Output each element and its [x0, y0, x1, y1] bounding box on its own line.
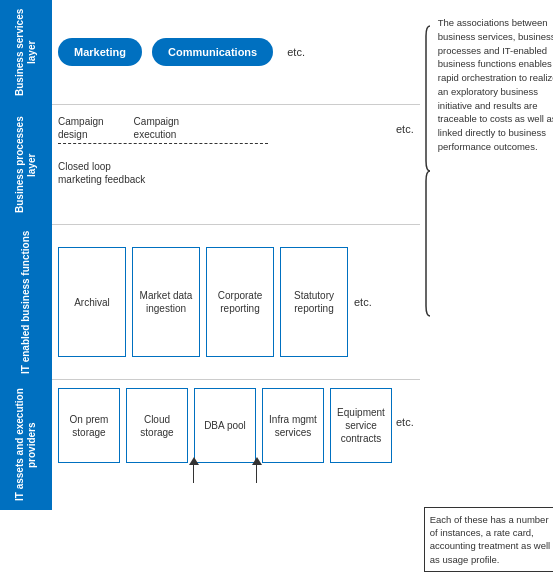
itbf-box-archival: Archival: [58, 247, 126, 357]
bpl-label: Business processes layer: [0, 105, 52, 225]
brace-svg-container: [424, 16, 432, 326]
itaep-label-text: IT assets and execution providers: [14, 384, 38, 506]
bpl-items: Campaigndesign Campaignexecution: [58, 115, 388, 141]
bsl-etc: etc.: [287, 46, 305, 58]
itbf-label: IT enabled business functions: [0, 225, 52, 380]
main-content: Marketing Communications etc. Campaignde…: [52, 0, 420, 586]
bpl-closed-loop: Closed loop marketing feedback: [58, 160, 145, 186]
itaep-box-cloud: Cloud storage: [126, 388, 188, 463]
left-labels: Business services layer Business process…: [0, 0, 52, 586]
arrows-container: [193, 465, 257, 483]
itaep-box-onprem: On prem storage: [58, 388, 120, 463]
itaep-box-equipment: Equipment service contracts: [330, 388, 392, 463]
itaep-etc: etc.: [396, 416, 414, 428]
main-container: Business services layer Business process…: [0, 0, 553, 586]
bpl-dashed-line: [58, 143, 268, 144]
bpl-campaign-design: Campaigndesign: [58, 115, 104, 141]
bsl-label: Business services layer: [0, 0, 52, 105]
bpl-etc: etc.: [396, 123, 414, 135]
top-annotation-container: The associations between business servic…: [424, 16, 553, 326]
bpl-label-text: Business processes layer: [14, 109, 38, 221]
bsl-label-text: Business services layer: [14, 4, 38, 101]
itbf-boxes: Archival Market data ingestion Corporate…: [58, 247, 348, 357]
row-bsl: Marketing Communications etc.: [52, 0, 420, 105]
communications-pill: Communications: [152, 38, 273, 66]
bpl-campaign-execution: Campaignexecution: [134, 115, 180, 141]
top-annotation-text: The associations between business servic…: [438, 16, 553, 326]
row-itaep: On prem storage Cloud storage DBA pool I…: [52, 380, 420, 510]
bpl-inner: Campaigndesign Campaignexecution Closed …: [58, 115, 388, 218]
row-bpl: Campaigndesign Campaignexecution Closed …: [52, 105, 420, 225]
itbf-box-market-data: Market data ingestion: [132, 247, 200, 357]
arrowhead-infra: [252, 457, 262, 465]
arrow-dba: [193, 465, 194, 483]
itaep-box-infra: Infra mgmt services: [262, 388, 324, 463]
brace-svg: [424, 16, 432, 326]
itbf-box-statutory: Statutory reporting: [280, 247, 348, 357]
right-panel: The associations between business servic…: [420, 0, 553, 586]
itaep-label: IT assets and execution providers: [0, 380, 52, 510]
arrowhead-dba: [189, 457, 199, 465]
itbf-etc: etc.: [354, 296, 372, 308]
row-itbf: Archival Market data ingestion Corporate…: [52, 225, 420, 380]
itaep-boxes: On prem storage Cloud storage DBA pool I…: [58, 388, 392, 463]
itbf-label-text: IT enabled business functions: [20, 231, 32, 374]
marketing-pill: Marketing: [58, 38, 142, 66]
bottom-annotation-text: Each of these has a number of instances,…: [430, 514, 550, 565]
itbf-box-corporate: Corporate reporting: [206, 247, 274, 357]
bottom-annotation-box: Each of these has a number of instances,…: [424, 507, 553, 572]
arrow-infra: [256, 465, 257, 483]
itaep-box-dba: DBA pool: [194, 388, 256, 463]
